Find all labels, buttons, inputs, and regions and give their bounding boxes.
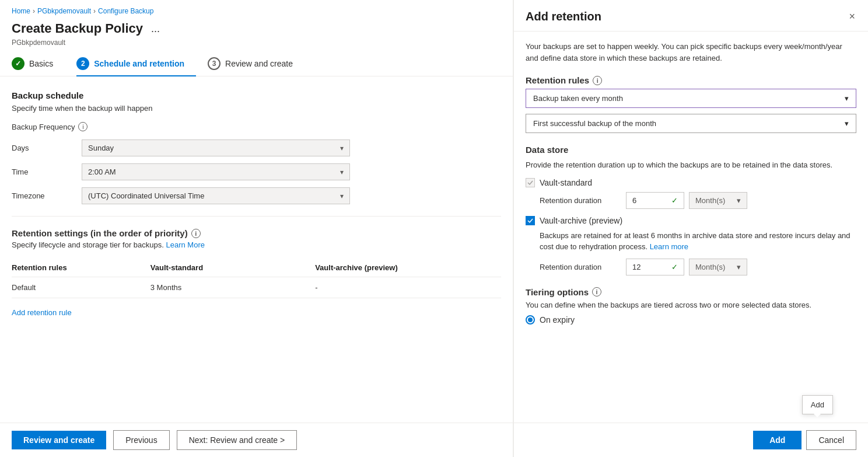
tab-schedule-circle: 2 <box>76 57 89 70</box>
retention-tooltip-icon[interactable]: i <box>191 229 201 238</box>
table-header-rules: Retention rules <box>12 259 116 277</box>
breadcrumb: Home › PGbkpdemovault › Configure Backup <box>0 0 513 19</box>
archive-info: Backups are retained for at least 6 mont… <box>540 230 856 253</box>
table-cell-rule: Default <box>12 277 116 298</box>
vault-archive-label: Vault-archive (preview) <box>540 216 622 225</box>
tiering-tooltip-icon[interactable]: i <box>592 287 601 296</box>
tab-basics-circle: ✓ <box>12 57 24 70</box>
breadcrumb-home[interactable]: Home <box>12 7 30 15</box>
time-chevron-icon: ▾ <box>340 168 344 176</box>
backup-schedule-desc: Specify time when the backup will happen <box>12 104 501 113</box>
tab-schedule[interactable]: 2 Schedule and retention <box>76 51 196 76</box>
vault-archive-checkbox[interactable] <box>526 216 535 225</box>
footer: Review and create Previous Next: Review … <box>0 423 513 457</box>
time-row: Time 2:00 AM ▾ <box>12 163 501 180</box>
data-store-section: Data store Provide the retention duratio… <box>526 145 856 275</box>
on-expiry-radio[interactable] <box>526 315 535 325</box>
vault-standard-retention-label: Retention duration <box>540 196 621 205</box>
frequency-tooltip-icon[interactable]: i <box>78 122 88 131</box>
add-button[interactable]: Add <box>753 431 802 449</box>
retention-dropdown2[interactable]: First successful backup of the month ▾ <box>526 114 856 133</box>
table-cell-vault-archive: - <box>280 277 501 298</box>
dropdown2-chevron-icon: ▾ <box>845 119 849 128</box>
archive-learn-more-link[interactable]: Learn more <box>650 242 688 251</box>
on-expiry-label: On expiry <box>540 315 575 325</box>
data-store-desc: Provide the retention duration up to whi… <box>526 159 856 171</box>
retention-dropdown1[interactable]: Backup taken every month ▾ <box>526 89 856 108</box>
archive-unit-chevron-icon: ▾ <box>737 263 741 271</box>
days-chevron-icon: ▾ <box>340 144 344 152</box>
retention-rules-section: Retention rules i Backup taken every mon… <box>526 75 856 133</box>
timezone-row: Timezone (UTC) Coordinated Universal Tim… <box>12 187 501 204</box>
tiering-title: Tiering options i <box>526 287 856 297</box>
tiering-desc: You can define when the backups are tier… <box>526 301 856 309</box>
archive-unit-select[interactable]: Month(s) ▾ <box>689 259 747 275</box>
days-label: Days <box>12 144 82 152</box>
panel-footer: Add Add Cancel <box>514 423 868 457</box>
tab-basics[interactable]: ✓ Basics <box>12 51 65 76</box>
add-retention-link[interactable]: Add retention rule <box>12 308 72 317</box>
vault-standard-checkbox[interactable] <box>526 178 535 187</box>
retention-table: Retention rules Vault-standard Vault-arc… <box>12 259 501 298</box>
breadcrumb-configure[interactable]: Configure Backup <box>98 7 153 15</box>
timezone-chevron-icon: ▾ <box>340 192 344 200</box>
retention-rules-title: Retention rules i <box>526 75 856 85</box>
page-title: Create Backup Policy <box>12 21 143 36</box>
on-expiry-row: On expiry <box>526 315 856 325</box>
unit-chevron-icon: ▾ <box>737 196 741 205</box>
backup-schedule-title: Backup schedule <box>12 90 501 100</box>
table-header-vault-standard: Vault-standard <box>116 259 280 277</box>
cancel-button[interactable]: Cancel <box>806 430 856 450</box>
previous-button[interactable]: Previous <box>113 430 169 450</box>
panel-content: Your backups are set to happen weekly. Y… <box>514 32 868 423</box>
right-panel: Add retention × Your backups are set to … <box>513 0 868 457</box>
tabs-container: ✓ Basics 2 Schedule and retention 3 Revi… <box>0 51 513 76</box>
data-store-title: Data store <box>526 145 856 155</box>
panel-description: Your backups are set to happen weekly. Y… <box>526 41 856 64</box>
panel-title: Add retention <box>526 10 601 23</box>
table-row: Default 3 Months - <box>12 277 501 298</box>
retention-settings-desc: Specify lifecycle and storage tier for b… <box>12 240 501 249</box>
timezone-select[interactable]: (UTC) Coordinated Universal Time ▾ <box>82 187 350 204</box>
table-header-vault-archive: Vault-archive (preview) <box>280 259 501 277</box>
tab-schedule-label: Schedule and retention <box>94 59 184 68</box>
page-subtitle: PGbkpdemovault <box>0 39 513 47</box>
backup-frequency-label: Backup Frequency i <box>12 122 501 131</box>
review-and-create-button[interactable]: Review and create <box>12 431 106 449</box>
tiering-section: Tiering options i You can define when th… <box>526 287 856 325</box>
archive-duration-input[interactable]: 12 ✓ <box>626 259 684 275</box>
tab-review-label: Review and create <box>225 59 293 68</box>
time-label: Time <box>12 168 82 176</box>
tab-review-circle: 3 <box>208 57 220 70</box>
vault-standard-label: Vault-standard <box>540 178 592 187</box>
archive-check-icon: ✓ <box>671 263 678 271</box>
next-button[interactable]: Next: Review and create > <box>177 430 298 450</box>
days-select[interactable]: Sunday ▾ <box>82 139 350 156</box>
vault-standard-duration-input[interactable]: 6 ✓ <box>626 192 684 209</box>
breadcrumb-vault[interactable]: PGbkpdemovault <box>37 7 91 15</box>
vault-archive-row: Vault-archive (preview) <box>526 216 856 225</box>
timezone-label: Timezone <box>12 191 82 200</box>
days-row: Days Sunday ▾ <box>12 139 501 156</box>
tab-basics-label: Basics <box>29 59 53 68</box>
archive-retention-label: Retention duration <box>540 263 621 271</box>
close-button[interactable]: × <box>848 9 856 24</box>
learn-more-link[interactable]: Learn More <box>166 240 204 249</box>
time-select[interactable]: 2:00 AM ▾ <box>82 163 350 180</box>
tab-review[interactable]: 3 Review and create <box>208 51 304 76</box>
panel-header: Add retention × <box>514 0 868 32</box>
vault-standard-unit-select[interactable]: Month(s) ▾ <box>689 192 747 209</box>
retention-settings-title: Retention settings (in the order of prio… <box>12 228 501 238</box>
add-tooltip: Add <box>802 395 833 414</box>
retention-rules-tooltip-icon[interactable]: i <box>593 76 602 85</box>
check-icon: ✓ <box>671 196 678 205</box>
vault-standard-row: Vault-standard <box>526 178 856 187</box>
ellipsis-button[interactable]: ... <box>148 22 163 36</box>
archive-duration-row: Retention duration 12 ✓ Month(s) ▾ <box>540 259 856 275</box>
dropdown1-chevron-icon: ▾ <box>845 94 849 103</box>
radio-inner <box>528 318 533 322</box>
main-content: Backup schedule Specify time when the ba… <box>0 76 513 423</box>
table-cell-vault-standard: 3 Months <box>116 277 280 298</box>
vault-standard-duration-row: Retention duration 6 ✓ Month(s) ▾ <box>540 192 856 209</box>
